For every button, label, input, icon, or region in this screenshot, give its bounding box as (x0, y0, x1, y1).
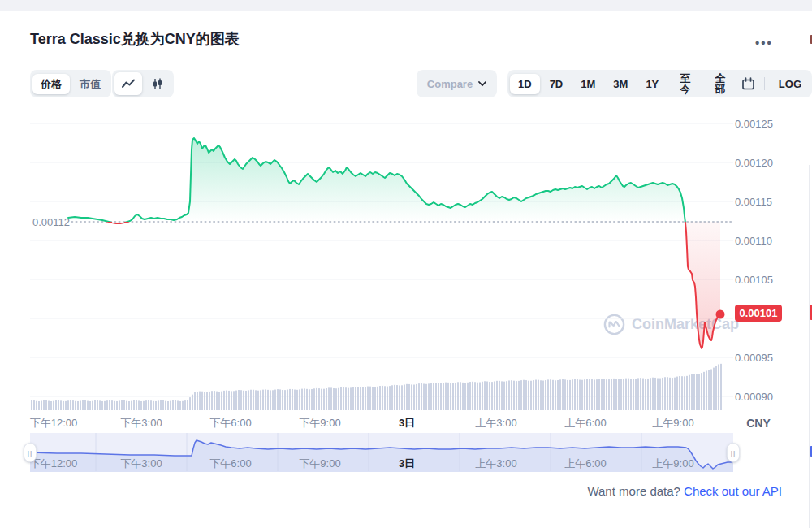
footer-api-promo: Want more data? Check out our API (587, 484, 782, 498)
y-axis-label-0.00120: 0.00120 (735, 157, 773, 169)
x-axis-label: 下午6:00 (209, 416, 251, 431)
range-button-1d[interactable]: 1D (510, 74, 540, 94)
page-title: Terra Classic兑换为CNY的图表 (30, 29, 240, 49)
footer-prompt: Want more data? (587, 484, 680, 498)
navigator-left-handle[interactable]: || (24, 443, 37, 462)
compare-button[interactable]: Compare (417, 70, 497, 97)
x-axis-label: 上午9:00 (652, 416, 693, 431)
y-axis-label-0.00125: 0.00125 (735, 118, 773, 130)
chart-page: Terra Classic兑换为CNY的图表 ••• 价格 市值 Compare… (0, 0, 812, 528)
compare-label: Compare (427, 78, 473, 90)
range-button-7d[interactable]: 7D (542, 74, 572, 94)
metric-toggle-group: 价格 市值 (30, 70, 111, 97)
y-axis-label-0.00095: 0.00095 (735, 352, 773, 364)
x-axis-label: 下午9:00 (299, 416, 340, 431)
api-link[interactable]: Check out our API (684, 484, 782, 498)
candlestick-icon[interactable] (144, 72, 171, 95)
line-chart-icon[interactable] (114, 72, 142, 95)
chevron-down-icon (478, 81, 486, 87)
right-edge-divider (809, 165, 810, 528)
range-button-1y[interactable]: 1Y (637, 74, 667, 94)
x-axis-label: 上午6:00 (564, 416, 606, 431)
range-button-3m[interactable]: 3M (605, 74, 636, 94)
last-price-badge: 0.00101 (735, 305, 782, 322)
x-axis-label: 3日 (399, 416, 415, 431)
range-button-1m[interactable]: 1M (572, 74, 603, 94)
tab-market-cap[interactable]: 市值 (71, 74, 109, 94)
navigator-slider[interactable] (30, 433, 733, 471)
y-axis-currency-label: CNY (735, 417, 782, 430)
y-axis-label-0.00115: 0.00115 (735, 196, 772, 208)
y-axis-label-0.00090: 0.00090 (735, 391, 773, 403)
x-axis-label: 下午3:00 (120, 416, 162, 431)
range-toolbar: 1D7D1M3M1Y至今全部 LOG (508, 70, 812, 97)
x-axis-label: 上午3:00 (475, 416, 516, 431)
calendar-icon[interactable] (739, 72, 758, 95)
y-axis-label-0.00110: 0.00110 (735, 235, 772, 247)
top-strip (0, 0, 812, 11)
more-options-icon[interactable]: ••• (755, 36, 773, 50)
toolbar-divider (764, 77, 765, 90)
y-axis-label-0.00105: 0.00105 (735, 274, 773, 286)
log-scale-button[interactable]: LOG (771, 74, 810, 94)
chart-type-group (112, 70, 174, 97)
range-button-全部[interactable]: 全部 (703, 68, 736, 99)
navigator-right-handle[interactable]: || (727, 443, 740, 462)
tab-price[interactable]: 价格 (32, 74, 70, 94)
x-axis-label: 下午12:00 (30, 416, 78, 431)
range-button-至今[interactable]: 至今 (668, 68, 702, 99)
price-chart-plot-area[interactable] (30, 106, 733, 410)
